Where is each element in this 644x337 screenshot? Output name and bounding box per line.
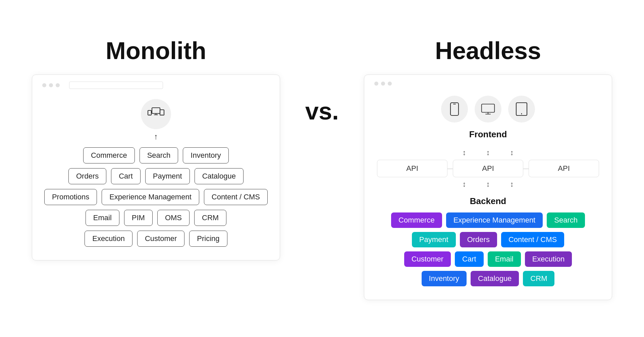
htag-execution: Execution [525,251,572,267]
arrow-3: ↕ [510,148,514,157]
arrow-up-monolith: ↑ [154,133,158,141]
monolith-title: Monolith [106,37,206,64]
browser-dot-3 [56,83,60,87]
vs-column: vs. [299,37,345,125]
svg-rect-7 [450,103,459,115]
monolith-browser-window: ↑ Commerce Search Inventory Orders Cart … [32,75,280,260]
svg-rect-5 [148,110,151,115]
headless-dot-2 [381,82,385,86]
headless-tags-container: Commerce Experience Management Search Pa… [374,212,602,286]
api-box-3: API [529,160,599,177]
htag-customer: Customer [404,251,451,267]
tag-content-cms: Content / CMS [204,189,268,205]
tag-oms: OMS [157,210,190,226]
tag-experience-management: Experience Management [102,189,199,205]
headless-row-4: Inventory Catalogue CRM [422,271,555,286]
arrow-1: ↕ [463,148,466,157]
tag-cart: Cart [111,168,141,184]
headless-row-1: Commerce Experience Management Search [391,212,585,228]
htag-commerce: Commerce [391,212,442,228]
headless-dot-1 [374,82,378,86]
api-box-2: API [453,160,523,177]
arrow-4: ↕ [463,180,466,189]
headless-browser-window: Frontend ↕ ↕ ↕ API API API ↕ ↕ [364,75,612,300]
desktop-icon [481,102,495,116]
tag-crm: CRM [194,210,226,226]
mobile-icon [447,102,462,116]
tag-orders: Orders [68,168,106,184]
monolith-tags: Commerce Search Inventory Orders Cart Pa… [42,147,270,247]
tags-row-3: Promotions Experience Management Content… [44,189,268,205]
tags-row-2: Orders Cart Payment Catalogue [68,168,244,184]
htag-email: Email [488,251,521,267]
tag-pricing: Pricing [189,231,227,247]
tag-customer: Customer [137,231,184,247]
htag-crm: CRM [523,271,554,286]
device-icon-circle [141,99,171,129]
devices-icon [147,105,165,123]
mobile-icon-circle [441,96,468,123]
headless-dot-3 [388,82,392,86]
api-boxes-row: API API API [374,160,602,177]
headless-column: Headless [359,37,617,300]
tag-promotions: Promotions [44,189,97,205]
arrow-2: ↕ [486,148,490,157]
tablet-icon-circle [508,96,535,123]
desktop-icon-circle [475,96,501,123]
monolith-content: ↑ Commerce Search Inventory Orders Cart … [42,99,270,247]
tag-catalogue: Catalogue [195,168,244,184]
tags-row-1: Commerce Search Inventory [83,147,229,163]
headless-title: Headless [435,37,541,64]
tags-row-5: Execution Customer Pricing [85,231,227,247]
device-icons-row [441,96,535,123]
headless-content: Frontend ↕ ↕ ↕ API API API ↕ ↕ [374,96,602,286]
browser-url-bar [69,82,163,89]
arrow-5: ↕ [486,180,490,189]
htag-experience-management: Experience Management [446,212,543,228]
tablet-icon [515,102,529,116]
tag-search: Search [140,147,178,163]
htag-inventory: Inventory [422,271,467,286]
arrow-6: ↕ [510,180,514,189]
browser-dot-2 [49,83,53,87]
headless-row-3: Customer Cart Email Execution [404,251,572,267]
tag-email: Email [86,210,119,226]
backend-label: Backend [470,196,506,206]
tag-inventory: Inventory [183,147,229,163]
vs-title: vs. [299,84,345,125]
main-container: Monolith [0,23,644,314]
browser-top-bar [42,82,270,89]
arrows-row-1: ↕ ↕ ↕ [374,148,602,157]
tag-pim: PIM [124,210,153,226]
svg-rect-9 [482,104,495,112]
htag-cart: Cart [455,251,484,267]
api-box-1: API [377,160,447,177]
htag-search: Search [547,212,585,228]
tags-row-4: Email PIM OMS CRM [86,210,226,226]
htag-catalogue: Catalogue [471,271,519,286]
headless-browser-top-bar [374,82,602,86]
headless-row-2: Payment Orders Content / CMS [412,232,564,247]
htag-content-cms: Content / CMS [501,232,564,247]
tag-execution: Execution [85,231,132,247]
svg-rect-3 [160,110,164,115]
monolith-column: Monolith [27,37,285,260]
tag-commerce: Commerce [83,147,135,163]
tag-payment: Payment [145,168,190,184]
frontend-label: Frontend [469,129,507,140]
svg-rect-0 [152,108,160,113]
browser-dot-1 [42,83,46,87]
htag-orders: Orders [460,232,497,247]
arrows-row-2: ↕ ↕ ↕ [374,180,602,189]
htag-payment: Payment [412,232,456,247]
